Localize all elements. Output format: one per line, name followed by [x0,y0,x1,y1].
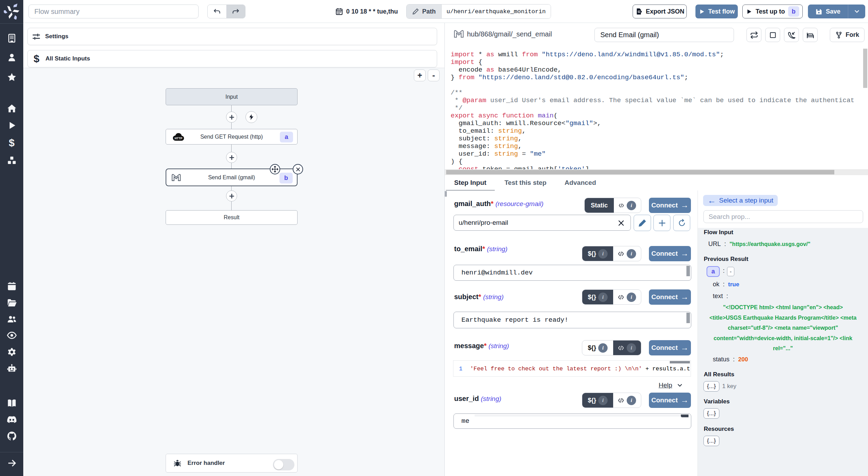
svg-text:HTTP: HTTP [175,137,183,140]
